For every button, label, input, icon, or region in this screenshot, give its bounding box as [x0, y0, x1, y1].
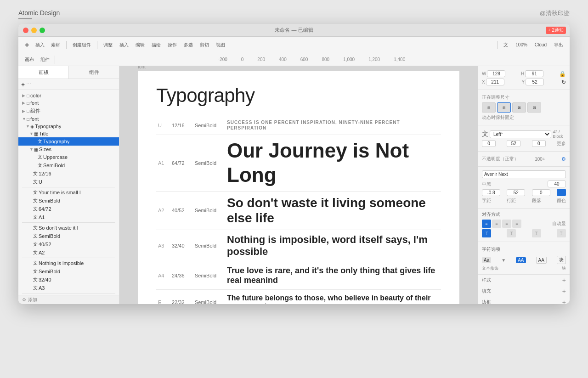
list-item[interactable]: ▼ ▦ Sizes	[18, 146, 119, 153]
align-right-button[interactable]: ≡	[502, 220, 511, 228]
list-item[interactable]: 文 Uppercase	[18, 153, 119, 161]
component-tab[interactable]: 组件	[38, 56, 52, 63]
list-item[interactable]: 文 A1	[18, 213, 119, 221]
align-bottom-button[interactable]: ⌶	[532, 229, 541, 237]
fill-section-header[interactable]: 填充 +	[478, 286, 570, 297]
spacing-input-2[interactable]	[507, 140, 520, 147]
toolbar-adjust[interactable]: 调整	[101, 41, 115, 49]
list-item-typography-selected[interactable]: 文 Typography	[18, 137, 119, 146]
font-size-input[interactable]	[548, 181, 566, 187]
assets-button[interactable]: 素材	[48, 41, 63, 49]
title-bar: 未命名 — 已编辑 + 2通知	[18, 24, 570, 37]
border-section-header[interactable]: 边框 +	[478, 297, 570, 304]
list-item[interactable]: 文 Nothing is imposible	[18, 259, 119, 267]
list-item[interactable]: 文 So don't waste it I	[18, 224, 119, 232]
height-input[interactable]	[525, 70, 543, 77]
text-icon: 文	[33, 268, 38, 275]
rotate-icon[interactable]: ↻	[561, 79, 566, 85]
list-item[interactable]: ▶ □ 组件	[18, 107, 119, 115]
maximize-button[interactable]	[40, 28, 45, 33]
list-item[interactable]: ▶ □ color	[18, 92, 119, 99]
settings-icon-small[interactable]: ⚙	[561, 156, 566, 162]
row-code: A1	[156, 135, 170, 192]
list-item[interactable]: ▼ ◈ Typography	[18, 123, 119, 130]
aa-button-3[interactable]: 块	[557, 256, 566, 264]
tab-components[interactable]: 组件	[69, 66, 119, 79]
list-item[interactable]: 文 A2	[18, 248, 119, 257]
settings-icon[interactable]: ⚙	[22, 297, 26, 302]
canvas-area[interactable]: font Typography U12/16SemiBoldSUCCESS IS…	[119, 66, 478, 304]
insert-button[interactable]: 插入	[33, 41, 47, 49]
table-row: A424/36SemiBoldTrue love is rare, and it…	[156, 262, 441, 289]
line-height-input[interactable]	[507, 189, 525, 196]
text-tool[interactable]: 文	[501, 41, 511, 49]
tracking-input[interactable]	[532, 189, 550, 196]
toolbar-insert[interactable]: 插入	[117, 41, 131, 49]
align-spread-button[interactable]: ⌶	[557, 229, 566, 237]
list-item[interactable]: ▶ □ font	[18, 99, 119, 107]
style-section-header[interactable]: 样式 +	[478, 275, 570, 286]
add-layer-icon[interactable]: +	[21, 81, 25, 88]
list-item[interactable]: 文 U	[18, 178, 119, 186]
spacing-input-3[interactable]	[532, 140, 546, 147]
text-labels-row: 文本修饰 块	[482, 265, 566, 271]
list-item[interactable]: 文 32/40	[18, 276, 119, 284]
resize-thumb-4[interactable]: ⊡	[527, 102, 541, 113]
layer-divider	[22, 293, 115, 293]
align-center-button[interactable]: ≡	[492, 220, 501, 228]
add-label[interactable]: 添加	[28, 297, 37, 303]
rp-resize-section: 正在调整尺寸 ⊞ ⊟ ⊠ ⊡ 动态时保持固定	[478, 90, 570, 125]
y-input[interactable]	[526, 79, 544, 85]
list-item[interactable]: 文 SemiBold	[18, 197, 119, 205]
align-middle-button[interactable]: ⌶	[507, 229, 516, 237]
list-item[interactable]: 文 12/16	[18, 169, 119, 178]
frame-select[interactable]: Left* Center Right	[490, 130, 551, 138]
list-item[interactable]: 文 SemiBold	[18, 232, 119, 240]
list-item[interactable]: ▼ □ font	[18, 115, 119, 123]
spacing-input-1[interactable]	[482, 140, 496, 147]
rebuild-button[interactable]: 创建组件	[70, 41, 94, 49]
resize-thumb-2[interactable]: ⊟	[497, 102, 511, 113]
list-item[interactable]: 文 Your time is small I	[18, 188, 119, 197]
list-item[interactable]: 文 40/52	[18, 240, 119, 248]
text-icon: 文	[33, 276, 38, 283]
close-button[interactable]	[23, 28, 28, 33]
cloud-button[interactable]: Cloud	[532, 41, 549, 48]
toolbar-draw[interactable]: 描绘	[149, 41, 164, 49]
list-item[interactable]: 文 64/72	[18, 205, 119, 213]
list-item[interactable]: 文 SemiBold	[18, 161, 119, 169]
letter-spacing-input[interactable]	[482, 189, 500, 196]
canvas-tab[interactable]: 画布	[22, 56, 37, 63]
style-plus-icon[interactable]: +	[562, 276, 566, 284]
width-input[interactable]	[487, 70, 505, 77]
toolbar-cut[interactable]: 剪切	[197, 41, 212, 49]
text-aa-label[interactable]: Aa	[482, 257, 491, 263]
align-justify-button[interactable]: ≡	[512, 220, 521, 228]
toolbar-op[interactable]: 操作	[165, 41, 180, 49]
toolbar-multi[interactable]: 多选	[181, 41, 196, 49]
notification-badge[interactable]: + 2通知	[546, 27, 566, 34]
tab-layers[interactable]: 画板	[18, 66, 69, 79]
align-top-button[interactable]: ⌶	[482, 229, 491, 237]
border-plus-icon[interactable]: +	[562, 299, 566, 304]
align-left-button[interactable]: ≡	[482, 220, 491, 228]
resize-thumb-1[interactable]: ⊞	[482, 102, 496, 113]
toolbar-view[interactable]: 视图	[213, 41, 228, 49]
panel-tool-icon[interactable]: ⋯	[26, 81, 31, 87]
export-button[interactable]: 导出	[551, 41, 566, 49]
list-item[interactable]: 文 A3	[18, 284, 119, 292]
fill-plus-icon[interactable]: +	[562, 288, 566, 295]
list-item[interactable]: 文 SemiBold	[18, 267, 119, 276]
color-swatch[interactable]	[557, 189, 566, 196]
lock-icon[interactable]: 🔒	[559, 71, 566, 77]
x-input[interactable]	[486, 79, 504, 85]
aa-button-2[interactable]: AA	[536, 257, 547, 264]
list-item[interactable]: ▼ ▦ Title	[18, 130, 119, 137]
minimize-button[interactable]	[31, 28, 37, 33]
zoom-level[interactable]: 100%	[513, 41, 530, 48]
add-button[interactable]: +	[22, 40, 32, 50]
aa-button[interactable]: AA	[516, 257, 526, 263]
resize-thumb-3[interactable]: ⊠	[512, 102, 526, 113]
toolbar-edit[interactable]: 编辑	[133, 41, 147, 49]
font-family-input[interactable]	[482, 170, 566, 178]
